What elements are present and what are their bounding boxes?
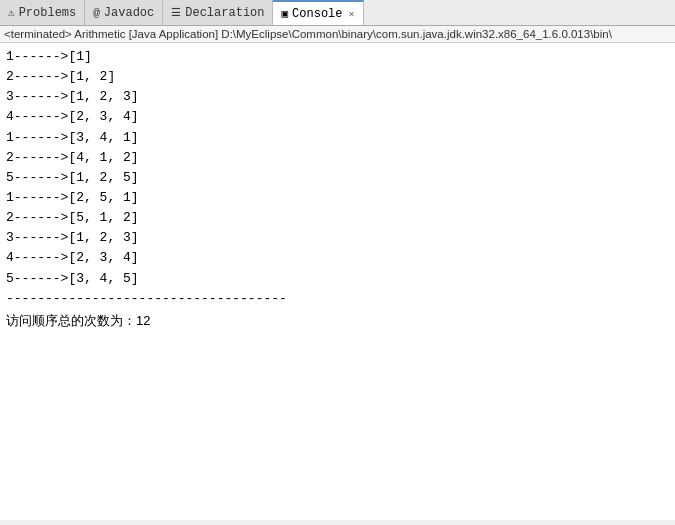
- console-line-7: 5------>[1, 2, 5]: [6, 168, 669, 188]
- status-text: <terminated> Arithmetic [Java Applicatio…: [4, 28, 612, 40]
- problems-icon: ⚠: [8, 6, 15, 19]
- tab-bar: ⚠ Problems @ Javadoc ☰ Declaration ▣ Con…: [0, 0, 675, 26]
- tab-problems[interactable]: ⚠ Problems: [0, 0, 85, 25]
- console-line-5: 1------>[3, 4, 1]: [6, 128, 669, 148]
- tab-declaration-label: Declaration: [185, 6, 264, 20]
- console-line-6: 2------>[4, 1, 2]: [6, 148, 669, 168]
- console-line-3: 3------>[1, 2, 3]: [6, 87, 669, 107]
- tab-console-label: Console: [292, 7, 342, 21]
- console-line-1: 1------>[1]: [6, 47, 669, 67]
- console-icon: ▣: [281, 7, 288, 20]
- console-line-4: 4------>[2, 3, 4]: [6, 107, 669, 127]
- tab-console[interactable]: ▣ Console ✕: [273, 0, 363, 25]
- tab-declaration[interactable]: ☰ Declaration: [163, 0, 273, 25]
- console-line-11: 4------>[2, 3, 4]: [6, 248, 669, 268]
- javadoc-icon: @: [93, 7, 100, 19]
- declaration-icon: ☰: [171, 6, 181, 19]
- console-line-2: 2------>[1, 2]: [6, 67, 669, 87]
- tab-problems-label: Problems: [19, 6, 77, 20]
- console-close-icon[interactable]: ✕: [349, 8, 355, 20]
- console-area[interactable]: 1------>[1] 2------>[1, 2] 3------>[1, 2…: [0, 43, 675, 520]
- console-line-12: 5------>[3, 4, 5]: [6, 269, 669, 289]
- tab-javadoc-label: Javadoc: [104, 6, 154, 20]
- summary: 访问顺序总的次数为：12: [6, 309, 669, 332]
- tab-javadoc[interactable]: @ Javadoc: [85, 0, 163, 25]
- console-line-8: 1------>[2, 5, 1]: [6, 188, 669, 208]
- console-line-9: 2------>[5, 1, 2]: [6, 208, 669, 228]
- divider: ------------------------------------: [6, 289, 669, 309]
- status-bar: <terminated> Arithmetic [Java Applicatio…: [0, 26, 675, 43]
- console-line-10: 3------>[1, 2, 3]: [6, 228, 669, 248]
